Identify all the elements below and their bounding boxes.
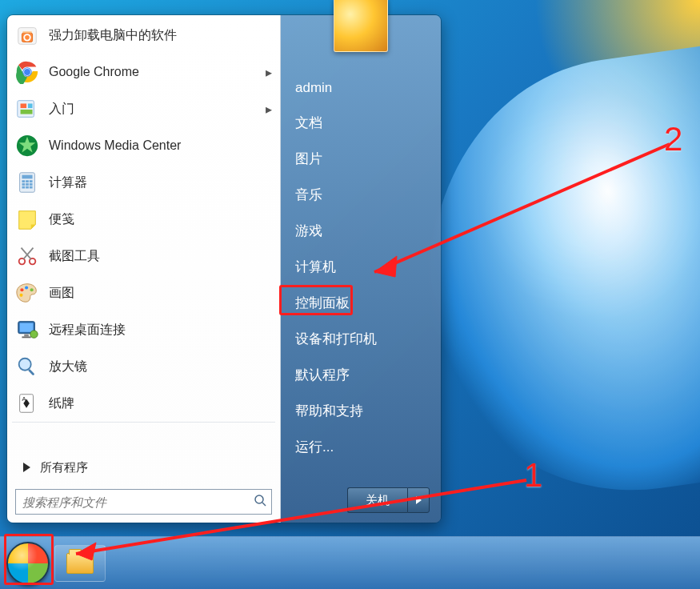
svg-marker-43 — [374, 256, 397, 277]
annotation-arrow-2 — [0, 0, 700, 589]
annotation-number-2: 2 — [664, 120, 682, 158]
annotation-number-1: 1 — [524, 456, 542, 495]
svg-line-42 — [374, 144, 670, 272]
